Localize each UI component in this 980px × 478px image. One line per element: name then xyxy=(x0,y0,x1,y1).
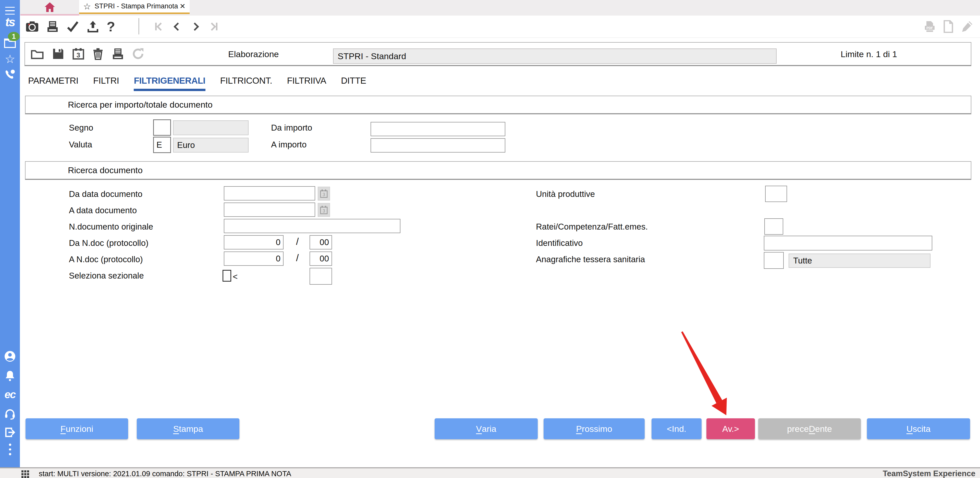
tab-home[interactable] xyxy=(21,0,79,16)
edit-pencil-icon[interactable] xyxy=(961,20,974,33)
elaborazione-field[interactable]: STPRI - Standard xyxy=(333,48,776,64)
tab-filtriiva[interactable]: FILTRIIVA xyxy=(287,76,326,91)
logout-icon[interactable] xyxy=(0,426,20,439)
svg-text:3: 3 xyxy=(323,192,325,197)
anagrafiche-label: Anagrafiche tessera sanitaria xyxy=(536,254,645,264)
first-record-icon[interactable] xyxy=(155,23,164,30)
da-data-input[interactable] xyxy=(224,186,315,200)
new-document-icon[interactable] xyxy=(943,20,953,33)
da-importo-label: Da importo xyxy=(271,123,312,133)
camera-icon[interactable] xyxy=(25,21,39,32)
refresh-icon[interactable] xyxy=(132,48,145,60)
ndoc-originale-input[interactable] xyxy=(224,219,401,233)
confirm-check-icon[interactable] xyxy=(66,21,79,32)
da-ndoc-slash: / xyxy=(296,236,299,247)
teamsystem-logo[interactable]: ts xyxy=(0,14,20,30)
notification-badge: 1 xyxy=(8,32,20,41)
user-icon[interactable] xyxy=(0,350,20,363)
brand-label: TeamSystem Experience xyxy=(883,469,975,478)
anagrafiche-desc-field: Tutte xyxy=(789,254,931,268)
calendar-icon[interactable]: 3 xyxy=(73,48,84,60)
a-data-input[interactable] xyxy=(224,203,315,217)
documents-folder-icon[interactable]: 1 xyxy=(0,36,20,50)
previous-record-icon[interactable] xyxy=(175,24,181,30)
favorites-star-icon[interactable]: ☆ xyxy=(0,52,20,65)
filter-tabstrip: PARAMETRI FILTRI FILTRIGENERALI FILTRICO… xyxy=(28,76,366,91)
open-folder-icon[interactable] xyxy=(30,48,44,59)
segno-input[interactable] xyxy=(153,119,171,136)
app-grid-icon[interactable] xyxy=(21,470,29,478)
status-text: start: MULTI versione: 2021.01.09 comand… xyxy=(39,470,291,478)
sidebar: ts 1 ☆ ec xyxy=(0,0,20,469)
toolbar-separator xyxy=(138,18,139,35)
a-importo-input[interactable] xyxy=(371,138,505,152)
print-icon[interactable] xyxy=(112,48,124,60)
indietro-button[interactable]: <Ind. xyxy=(652,418,702,439)
close-icon[interactable]: ✕ xyxy=(180,2,186,11)
avanti-button[interactable]: Av.> xyxy=(706,418,755,439)
da-ndoc-input[interactable]: 0 xyxy=(224,235,283,249)
delete-trash-icon[interactable] xyxy=(92,48,103,60)
valuta-desc-field: Euro xyxy=(173,138,248,152)
help-icon[interactable]: ? xyxy=(107,19,115,35)
uscita-button[interactable]: Uscita xyxy=(867,418,970,439)
unita-produttive-input[interactable] xyxy=(765,186,787,202)
valuta-label: Valuta xyxy=(69,140,92,149)
elaborazione-label: Elaborazione xyxy=(228,49,279,59)
a-ndoc-suffix-input[interactable]: 00 xyxy=(310,251,332,266)
print-icon[interactable] xyxy=(46,21,59,32)
more-options-icon[interactable] xyxy=(0,442,20,457)
funzioni-button[interactable]: Funzioni xyxy=(25,418,128,439)
svg-text:3: 3 xyxy=(323,208,325,213)
main-toolbar: ? PDF xyxy=(20,16,980,38)
upload-icon[interactable] xyxy=(87,21,99,33)
anagrafiche-input[interactable] xyxy=(764,252,784,269)
precedente-button[interactable]: preceDente xyxy=(758,418,861,439)
svg-text:3: 3 xyxy=(76,51,80,59)
seleziona-input[interactable] xyxy=(310,268,332,285)
ec-logo[interactable]: ec xyxy=(0,388,20,402)
a-ndoc-label: A N.doc (protocollo) xyxy=(69,254,143,264)
da-ndoc-suffix-input[interactable]: 00 xyxy=(310,235,332,249)
identificativo-input[interactable] xyxy=(764,236,932,251)
tab-filtricont[interactable]: FILTRICONT. xyxy=(220,76,272,91)
seleziona-sezionale-label: Seleziona sezionale xyxy=(69,271,144,281)
a-importo-label: A importo xyxy=(271,140,307,149)
da-data-calendar-icon[interactable]: 3 xyxy=(318,187,330,200)
home-icon xyxy=(44,2,56,13)
a-data-calendar-icon[interactable]: 3 xyxy=(318,203,330,217)
save-icon[interactable] xyxy=(52,48,64,60)
elaborazione-panel: 3 Elaborazione STPRI - Standard Limite n… xyxy=(24,42,971,66)
pdf-print-icon[interactable]: PDF xyxy=(923,20,936,33)
phone-icon[interactable] xyxy=(0,68,20,81)
tab-filtri[interactable]: FILTRI xyxy=(93,76,119,91)
seleziona-operator: < xyxy=(233,272,238,282)
last-record-icon[interactable] xyxy=(209,23,218,30)
varia-button[interactable]: Varia xyxy=(434,418,538,439)
tab-filtrigenerali[interactable]: FILTRIGENERALI xyxy=(134,76,205,91)
notifications-bell-icon[interactable] xyxy=(0,369,20,382)
limit-label: Limite n. 1 di 1 xyxy=(841,49,897,59)
valuta-input[interactable]: E xyxy=(153,137,171,153)
status-bar: start: MULTI versione: 2021.01.09 comand… xyxy=(0,467,980,478)
unita-produttive-label: Unità produttive xyxy=(536,189,595,199)
tab-title: STPRI - Stampa Primanota xyxy=(94,2,178,10)
seleziona-checkbox[interactable] xyxy=(223,270,231,282)
a-ndoc-input[interactable]: 0 xyxy=(224,251,283,266)
tab-parametri[interactable]: PARAMETRI xyxy=(28,76,78,91)
svg-text:PDF: PDF xyxy=(926,26,933,30)
a-data-label: A data documento xyxy=(69,206,137,215)
a-ndoc-slash: / xyxy=(296,252,299,264)
tab-ditte[interactable]: DITTE xyxy=(341,76,366,91)
tab-active[interactable]: ☆ STPRI - Stampa Primanota ✕ xyxy=(79,0,189,14)
ratei-input[interactable] xyxy=(764,218,783,235)
da-importo-input[interactable] xyxy=(371,122,505,136)
identificativo-label: Identificativo xyxy=(536,238,583,248)
prossimo-button[interactable]: Prossimo xyxy=(544,418,645,439)
favorite-star-icon[interactable]: ☆ xyxy=(83,1,91,11)
next-record-icon[interactable] xyxy=(192,24,198,30)
ndoc-originale-label: N.documento originale xyxy=(69,222,153,232)
support-headset-icon[interactable] xyxy=(0,407,20,421)
stampa-button[interactable]: Stampa xyxy=(137,418,239,439)
ratei-label: Ratei/Competenza/Fatt.emes. xyxy=(536,222,648,232)
